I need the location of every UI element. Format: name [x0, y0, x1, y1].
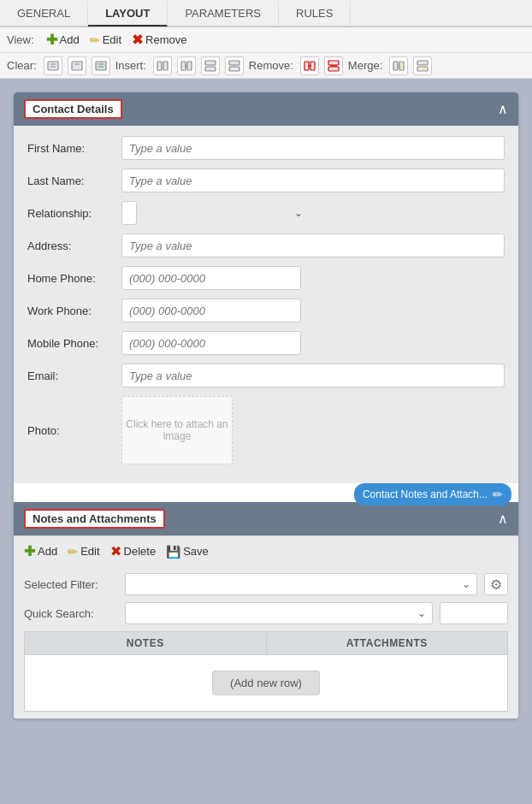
canvas-area: Contact Details ∧ First Name: Last Name:… — [0, 79, 532, 804]
notes-delete-icon: ✖ — [110, 543, 121, 559]
quick-search-select[interactable] — [125, 602, 433, 624]
attachments-column-header: ATTACHMENTS — [267, 632, 508, 654]
clear-icon-2[interactable] — [68, 56, 86, 75]
merge-icon-1[interactable] — [389, 56, 408, 75]
insert-icon-4[interactable] — [225, 56, 244, 75]
view-label: View: — [7, 33, 34, 46]
remove-label-2: Remove: — [249, 59, 293, 72]
tab-parameters[interactable]: PARAMETERS — [168, 2, 279, 25]
clear-icon-3[interactable] — [92, 56, 110, 75]
notes-edit-icon: ✏ — [68, 545, 78, 559]
pencil-icon: ✏ — [90, 33, 100, 47]
svg-rect-8 — [157, 62, 162, 70]
relationship-select[interactable] — [121, 201, 137, 225]
edit-button[interactable]: ✏ Edit — [90, 33, 121, 47]
toolbar-row-1: View: ✚ Add ✏ Edit ✖ Remove — [0, 27, 532, 53]
notes-attachments-collapse[interactable]: ∧ — [498, 511, 508, 527]
notes-edit-button[interactable]: ✏ Edit — [68, 545, 99, 559]
svg-rect-14 — [205, 67, 216, 71]
first-name-row: First Name: — [27, 136, 505, 160]
add-new-row: (Add new row) — [25, 655, 507, 711]
tooltip-edit-icon: ✏ — [493, 488, 503, 501]
mobile-phone-input[interactable] — [121, 331, 301, 355]
relationship-row: Relationship: ⌄ — [27, 201, 505, 225]
svg-rect-22 — [328, 67, 339, 71]
first-name-label: First Name: — [27, 142, 121, 155]
quick-search-input[interactable] — [440, 602, 508, 624]
relationship-select-arrow: ⌄ — [294, 207, 303, 219]
merge-icon-2[interactable] — [413, 56, 432, 75]
merge-label: Merge: — [348, 59, 382, 72]
svg-rect-9 — [163, 62, 168, 70]
add-button[interactable]: ✚ Add — [46, 32, 80, 48]
address-input[interactable] — [121, 234, 505, 257]
insert-icon-3[interactable] — [201, 56, 220, 75]
remove-icon-2[interactable] — [324, 56, 343, 75]
notes-delete-label: Delete — [124, 545, 157, 558]
notes-save-icon: 💾 — [166, 545, 180, 559]
address-label: Address: — [27, 239, 121, 252]
contact-details-form: First Name: Last Name: Relationship: ⌄ — [14, 126, 518, 483]
add-label: Add — [60, 33, 80, 46]
page-content: Contact Details ∧ First Name: Last Name:… — [14, 92, 518, 718]
remove-icon: ✖ — [132, 32, 143, 48]
notes-add-button[interactable]: ✚ Add — [24, 543, 57, 559]
home-phone-input[interactable] — [121, 266, 301, 290]
address-row: Address: — [27, 234, 505, 257]
tab-general[interactable]: GENERAL — [0, 2, 88, 25]
notes-attachments-section: Notes and Attachments ∧ ✚ Add ✏ Edit ✖ D… — [14, 502, 518, 718]
work-phone-label: Work Phone: — [27, 304, 121, 317]
tooltip-label: Contact Notes and Attach... — [363, 488, 488, 500]
svg-rect-11 — [187, 62, 192, 70]
email-input[interactable] — [121, 364, 505, 387]
svg-rect-16 — [229, 67, 239, 71]
photo-label: Photo: — [27, 424, 121, 437]
photo-row: Photo: Click here to attach an image — [27, 396, 505, 464]
tooltip-content[interactable]: Contact Notes and Attach... ✏ — [354, 483, 511, 505]
home-phone-label: Home Phone: — [27, 272, 121, 285]
tooltip-bubble-area: Contact Notes and Attach... ✏ — [14, 483, 518, 509]
svg-rect-28 — [417, 67, 428, 71]
home-phone-row: Home Phone: — [27, 266, 505, 290]
email-row: Email: — [27, 364, 505, 387]
quick-search-row: Quick Search: ⌄ — [24, 602, 508, 624]
remove-icon-1[interactable] — [300, 56, 319, 75]
svg-rect-10 — [181, 62, 186, 70]
relationship-label: Relationship: — [27, 207, 121, 220]
notes-add-icon: ✚ — [24, 543, 35, 559]
contact-details-collapse[interactable]: ∧ — [498, 101, 508, 117]
add-icon: ✚ — [46, 32, 57, 48]
notes-add-label: Add — [38, 545, 57, 558]
clear-icon-1[interactable] — [44, 56, 62, 75]
photo-attach[interactable]: Click here to attach an image — [121, 396, 233, 464]
gear-icon: ⚙ — [490, 576, 502, 593]
svg-rect-3 — [72, 62, 82, 70]
notes-save-button[interactable]: 💾 Save — [166, 545, 209, 559]
filter-select[interactable] — [125, 573, 477, 595]
remove-button[interactable]: ✖ Remove — [132, 32, 186, 48]
last-name-input[interactable] — [121, 168, 505, 192]
svg-rect-15 — [229, 61, 239, 65]
tab-layout[interactable]: LAYOUT — [88, 2, 168, 27]
insert-icon-2[interactable] — [177, 56, 196, 75]
insert-icon-1[interactable] — [153, 56, 172, 75]
gear-button[interactable]: ⚙ — [484, 573, 508, 595]
work-phone-row: Work Phone: — [27, 299, 505, 322]
notes-edit-label: Edit — [80, 545, 99, 558]
quick-search-label: Quick Search: — [24, 607, 118, 620]
remove-label: Remove — [145, 33, 186, 46]
relationship-select-wrapper: ⌄ — [121, 201, 310, 225]
contact-details-header: Contact Details ∧ — [14, 92, 518, 126]
top-navigation: GENERAL LAYOUT PARAMETERS RULES — [0, 0, 532, 27]
contact-details-title: Contact Details — [24, 99, 122, 119]
work-phone-input[interactable] — [121, 299, 301, 322]
notes-save-label: Save — [183, 545, 209, 558]
photo-placeholder: Click here to attach an image — [122, 418, 232, 442]
clear-label: Clear: — [7, 59, 37, 72]
first-name-input[interactable] — [121, 136, 505, 160]
notes-delete-button[interactable]: ✖ Delete — [110, 543, 157, 559]
notes-body: Selected Filter: ⌄ ⚙ Quick Search: — [14, 566, 518, 718]
tab-rules[interactable]: RULES — [279, 2, 351, 25]
insert-label: Insert: — [115, 59, 146, 72]
add-new-row-button[interactable]: (Add new row) — [212, 671, 320, 695]
